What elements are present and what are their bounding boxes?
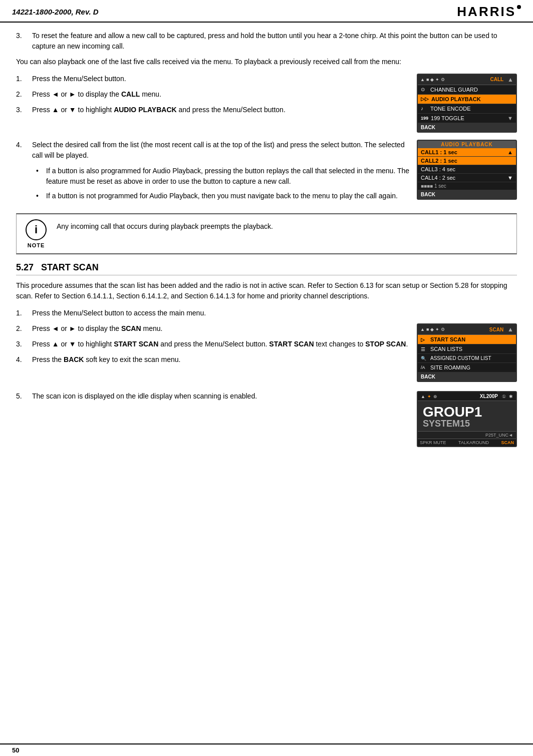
scroll-down-arrow: ▼ (507, 115, 513, 121)
idle-system-name: SYSTEM15 (423, 419, 511, 429)
scan-step-3: 3. Press ▲ or ▼ to highlight START SCAN … (16, 339, 412, 349)
toggle-label: 199 TOGGLE (431, 115, 464, 121)
note-text: Any incoming call that occurs during pla… (57, 219, 273, 232)
section-heading-start-scan: 5.27 START SCAN (16, 262, 517, 275)
idle-softkeys: SPKR MUTE TALKAROUND SCAN (418, 439, 516, 446)
bullet-2: • If a button is not programmed for Audi… (36, 191, 412, 201)
screen-title-call: CALL (490, 77, 503, 82)
scan-step-4: 4. Press the BACK soft key to exit the s… (16, 354, 412, 365)
call-menu-screen: ▲■◆✦⚙ CALL ▲ ⊙ CHANNEL GUARD ▷▷ AUDIO PL… (417, 74, 517, 133)
scan-step-5-text: The scan icon is displayed on the idle d… (32, 391, 412, 402)
logo-dot (517, 5, 521, 9)
idle-group-name: GROUP1 (423, 405, 511, 419)
scan-menu-screen-col: ▲■◆✦⚙ SCAN ▲ ▷ START SCAN ☰ SCAN LISTS (417, 323, 517, 387)
note-label: NOTE (28, 242, 45, 248)
call5-row: ■■■■ 1 sec (418, 182, 516, 190)
idle-icon-circle: ⊕ (433, 394, 437, 399)
softkey-scan[interactable]: SCAN (501, 440, 514, 445)
scan-step5-row: 5. The scan icon is displayed on the idl… (16, 391, 517, 447)
scan-menu-screen: ▲■◆✦⚙ SCAN ▲ ▷ START SCAN ☰ SCAN LISTS (417, 323, 517, 382)
step-text: To reset the feature and allow a new cal… (32, 31, 517, 52)
page-header: 14221-1800-2000, Rev. D HARRIS (0, 0, 533, 23)
step4-text-col: 4. Select the desired call from the list… (16, 140, 412, 205)
idle-protocol: P25T_UNC◄ (485, 433, 513, 438)
section-title: START SCAN (41, 262, 99, 272)
audio-playback-screen-col: AUDIO PLAYBACK CALL1 : 1 sec ▲ CALL2 : 1… (417, 140, 517, 205)
toggle-icon: 199 (421, 116, 428, 121)
scan-lists-label: SCAN LISTS (430, 346, 462, 352)
assigned-custom-label: ASSIGNED CUSTOM LIST (430, 355, 491, 361)
call4-label: CALL4 : 2 sec (421, 175, 455, 181)
call1-row: CALL1 : 1 sec ▲ (418, 148, 516, 157)
call-screen-footer: BACK (418, 123, 516, 132)
step-3-text: Press ▲ or ▼ to highlight AUDIO PLAYBACK… (32, 105, 412, 115)
note-icon: i (26, 219, 47, 240)
back-label-call: BACK (421, 192, 435, 197)
bullet-marker-2: • (36, 191, 46, 201)
step-4-text: Select the desired call from the list (t… (32, 140, 412, 161)
scan-step-num-1: 1. (16, 308, 32, 318)
call-list-footer: BACK (418, 190, 516, 199)
idle-display-col: ▲ ✦ ⊕ XL200P ① ✱ GROUP1 SYSTEM15 P25T_UN… (417, 391, 517, 447)
site-roaming-label: SITE ROAMING (430, 364, 470, 370)
screen-header-scan: ▲■◆✦⚙ SCAN ▲ (418, 324, 516, 335)
logo-text: HARRIS (457, 4, 516, 20)
call1-label: CALL1 : 1 sec (421, 149, 457, 155)
screen-row-start-scan: ▷ START SCAN (418, 335, 516, 344)
scan-step-3-text: Press ▲ or ▼ to highlight START SCAN and… (32, 339, 412, 349)
step-num-4: 4. (16, 140, 32, 161)
step-item-3-reset: 3. To reset the feature and allow a new … (16, 31, 517, 52)
idle-bottom-info: P25T_UNC◄ (418, 431, 516, 439)
bullet-1: • If a button is also programmed for Aud… (36, 166, 412, 187)
idle-top-bar: ▲ ✦ ⊕ XL200P ① ✱ (418, 392, 516, 401)
softkey-talkaround[interactable]: TALKAROUND (458, 440, 489, 445)
call3-row: CALL3 : 4 sec (418, 165, 516, 174)
scan-step-1-text: Press the Menu/Select button to access t… (32, 308, 517, 318)
call3-label: CALL3 : 4 sec (421, 166, 455, 172)
scroll-down-arrow-call: ▼ (507, 175, 513, 181)
scan-lists-icon: ☰ (421, 346, 428, 352)
audio-playback-header: AUDIO PLAYBACK (418, 141, 516, 148)
audio-playback-icon: ▷▷ (421, 96, 429, 102)
playback-step-1: 1. Press the Menu/Select button. (16, 74, 412, 84)
step-num: 3. (16, 31, 32, 52)
channel-guard-label: CHANNEL GUARD (430, 87, 478, 93)
softkey-spkr-mute[interactable]: SPKR MUTE (420, 440, 446, 445)
idle-xl200p: XL200P (480, 394, 498, 399)
scan-step-4-text: Press the BACK soft key to exit the scan… (32, 354, 412, 365)
start-scan-icon: ▷ (421, 337, 428, 342)
idle-icon-bt: ✱ (509, 394, 513, 399)
back-label: BACK (421, 125, 435, 130)
step-num-1: 1. (16, 74, 32, 84)
idle-main-display: GROUP1 SYSTEM15 (418, 401, 516, 431)
screen-row-tone-encode: ♪ TONE ENCODE (418, 104, 516, 114)
note-icon-wrap: i NOTE (24, 219, 49, 248)
screen-row-199-toggle: 199 199 TOGGLE ▼ (418, 114, 516, 123)
scan-screen-icons: ▲■◆✦⚙ (420, 327, 445, 332)
bullet-list: • If a button is also programmed for Aud… (36, 166, 412, 201)
screen-icons: ▲■◆✦⚙ (420, 77, 445, 82)
page-number: 50 (12, 746, 19, 754)
step-1-text: Press the Menu/Select button. (32, 74, 412, 84)
idle-icon-star: ✦ (427, 394, 431, 399)
section-number: 5.27 (16, 262, 34, 272)
screen-body-call: ⊙ CHANNEL GUARD ▷▷ AUDIO PLAYBACK ♪ TONE… (418, 85, 516, 123)
scan-screen-body: ▷ START SCAN ☰ SCAN LISTS 🔍 ASSIGNED CUS… (418, 335, 516, 372)
idle-icon-scan-arrow: ▲ (421, 394, 425, 399)
scroll-indicator: ▲ (507, 326, 513, 333)
document-title: 14221-1800-2000, Rev. D (12, 8, 99, 16)
playback-step-2: 2. Press ◄ or ► to display the CALL menu… (16, 89, 412, 100)
call-menu-screen-col: ▲■◆✦⚙ CALL ▲ ⊙ CHANNEL GUARD ▷▷ AUDIO PL… (417, 74, 517, 138)
screen-row-scan-lists: ☰ SCAN LISTS (418, 344, 516, 354)
playback-steps-text: 1. Press the Menu/Select button. 2. Pres… (16, 74, 412, 120)
scan-step-num-5: 5. (16, 391, 32, 402)
call2-row: CALL2 : 1 sec (418, 157, 516, 165)
channel-guard-icon: ⊙ (421, 87, 428, 92)
scan-step-1: 1. Press the Menu/Select button to acces… (16, 308, 517, 318)
scan-step5-text-col: 5. The scan icon is displayed on the idl… (16, 391, 412, 407)
note-box: i NOTE Any incoming call that occurs dur… (16, 213, 517, 254)
section-paragraph: This procedure assumes that the scan lis… (16, 280, 517, 302)
screen-header-call: ▲■◆✦⚙ CALL ▲ (418, 75, 516, 85)
screen-row-site-roaming: /A SITE ROAMING (418, 363, 516, 372)
bullet-1-text: If a button is also programmed for Audio… (46, 166, 412, 187)
